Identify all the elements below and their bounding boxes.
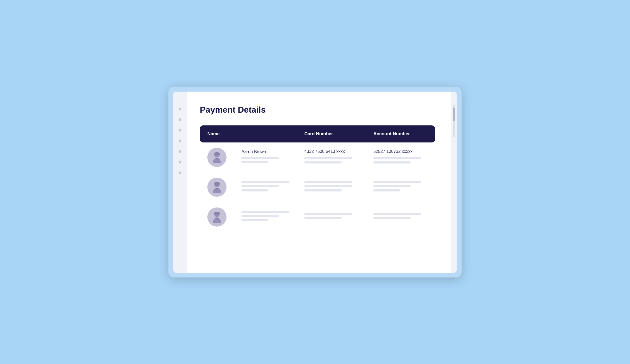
account-number-cell-1: 52527 100732 xxxxx bbox=[366, 142, 435, 172]
placeholder-account-line2 bbox=[373, 161, 411, 163]
scrollbar-track[interactable] bbox=[453, 105, 455, 137]
name-cell-3 bbox=[234, 202, 297, 232]
person-icon-3 bbox=[209, 210, 224, 224]
account-number-cell-2 bbox=[366, 172, 435, 202]
avatar-2 bbox=[207, 178, 227, 197]
header-name: Name bbox=[200, 125, 297, 142]
sidebar-dot-5 bbox=[179, 150, 181, 153]
table-header: Name Card Number Account Number bbox=[200, 125, 435, 142]
person-icon-2 bbox=[209, 180, 224, 195]
avatar-3 bbox=[207, 207, 227, 227]
placeholder-name3-line2 bbox=[241, 215, 279, 217]
card-number-value-1: 4332 7500 6413 xxxx bbox=[304, 149, 358, 154]
payment-table: Name Card Number Account Number bbox=[200, 125, 435, 232]
placeholder-card-line2 bbox=[304, 161, 342, 163]
placeholder-card3-line1 bbox=[304, 213, 352, 215]
account-number-cell-3 bbox=[366, 202, 435, 232]
browser-window: Payment Details Name Card Number Account… bbox=[173, 92, 457, 273]
header-account-number: Account Number bbox=[366, 125, 435, 142]
placeholder-account2-line1 bbox=[373, 181, 421, 183]
table-body: Aaron Brown 4332 7500 6413 xxxx 52527 10… bbox=[200, 142, 435, 232]
placeholder-name2-line1 bbox=[241, 181, 289, 183]
card-number-cell-2 bbox=[297, 172, 366, 202]
sidebar bbox=[173, 92, 187, 273]
table-row: Aaron Brown 4332 7500 6413 xxxx 52527 10… bbox=[200, 142, 435, 172]
svg-point-5 bbox=[214, 212, 220, 215]
name-cell-2 bbox=[234, 172, 297, 202]
placeholder-account2-line2 bbox=[373, 185, 411, 187]
page-title: Payment Details bbox=[200, 105, 435, 115]
sidebar-dot-1 bbox=[179, 108, 181, 110]
svg-point-1 bbox=[214, 152, 220, 155]
placeholder-account2-line3 bbox=[373, 189, 400, 191]
row-name-1: Aaron Brown bbox=[241, 149, 289, 154]
sidebar-dot-4 bbox=[179, 140, 181, 142]
placeholder-card2-line3 bbox=[304, 189, 342, 191]
person-icon-1 bbox=[209, 150, 224, 165]
placeholder-card-line1 bbox=[304, 157, 352, 159]
card-number-cell-1: 4332 7500 6413 xxxx bbox=[297, 142, 366, 172]
sidebar-dot-2 bbox=[179, 118, 181, 121]
header-card-number: Card Number bbox=[297, 125, 366, 142]
placeholder-account-line1 bbox=[373, 157, 421, 159]
sidebar-dot-6 bbox=[179, 161, 181, 163]
placeholder-card3-line2 bbox=[304, 217, 342, 219]
table-row bbox=[200, 202, 435, 232]
sidebar-dot-3 bbox=[179, 129, 181, 132]
placeholder-name2-line3 bbox=[241, 189, 268, 191]
table-row bbox=[200, 172, 435, 202]
sidebar-dot-7 bbox=[179, 171, 181, 174]
name-cell-1: Aaron Brown bbox=[234, 142, 297, 172]
placeholder-name3-line3 bbox=[241, 219, 268, 221]
browser-frame: Payment Details Name Card Number Account… bbox=[168, 87, 462, 277]
placeholder-name2-line2 bbox=[241, 185, 279, 187]
account-number-value-1: 52527 100732 xxxxx bbox=[373, 149, 427, 154]
avatar-cell-1 bbox=[200, 142, 234, 172]
placeholder-account3-line1 bbox=[373, 213, 421, 215]
main-content: Payment Details Name Card Number Account… bbox=[187, 92, 451, 273]
scrollbar[interactable] bbox=[451, 92, 457, 273]
svg-point-3 bbox=[214, 182, 220, 185]
placeholder-account3-line2 bbox=[373, 217, 411, 219]
card-number-cell-3 bbox=[297, 202, 366, 232]
placeholder-card2-line1 bbox=[304, 181, 352, 183]
placeholder-card2-line2 bbox=[304, 185, 352, 187]
placeholder-name3-line1 bbox=[241, 211, 289, 213]
avatar-cell-3 bbox=[200, 202, 234, 232]
placeholder-name-line1 bbox=[241, 157, 279, 159]
avatar-1 bbox=[207, 148, 227, 167]
placeholder-name-line2 bbox=[241, 161, 268, 163]
scrollbar-thumb[interactable] bbox=[453, 108, 455, 121]
avatar-cell-2 bbox=[200, 172, 234, 202]
